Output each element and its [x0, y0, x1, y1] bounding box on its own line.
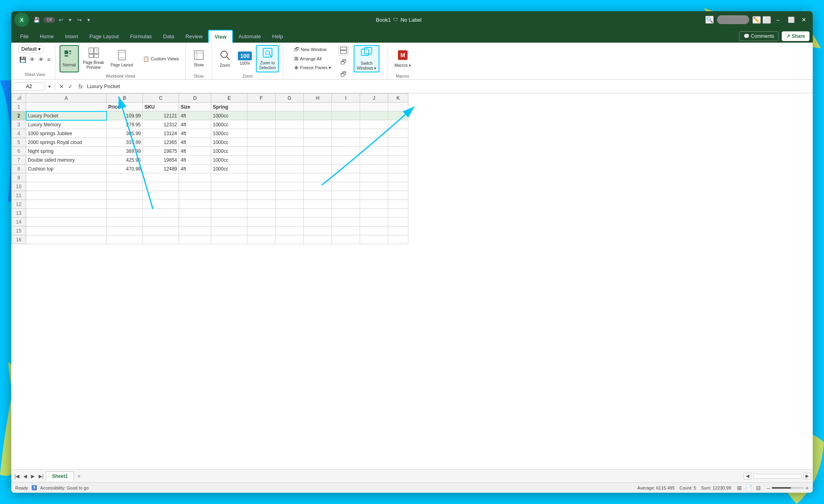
cell-16-G[interactable]: [276, 235, 304, 244]
cell-8-G[interactable]: [276, 165, 304, 173]
cell-11-I[interactable]: [332, 191, 360, 200]
cell-11-E[interactable]: [211, 191, 247, 200]
cell-9-E[interactable]: [211, 173, 247, 182]
cell-11-F[interactable]: [247, 191, 276, 200]
comments-button[interactable]: 💬 Comments: [739, 31, 779, 41]
cell-9-C[interactable]: [143, 173, 179, 182]
cell-1-K[interactable]: [388, 103, 408, 111]
cell-2-B[interactable]: 109.99: [107, 111, 143, 120]
cell-6-K[interactable]: [388, 147, 408, 156]
save-button[interactable]: 💾: [31, 16, 42, 24]
cell-7-E[interactable]: 1000cc: [211, 156, 247, 165]
cell-13-A[interactable]: [26, 209, 107, 218]
cell-5-B[interactable]: 337.99: [107, 138, 143, 147]
cell-16-C[interactable]: [143, 235, 179, 244]
cell-9-B[interactable]: [107, 173, 143, 182]
cell-8-F[interactable]: [247, 165, 276, 173]
cell-1-B[interactable]: Price: [107, 103, 143, 111]
cell-15-F[interactable]: [247, 226, 276, 235]
cell-6-G[interactable]: [276, 147, 304, 156]
cell-13-H[interactable]: [304, 209, 332, 218]
cell-4-K[interactable]: [388, 129, 408, 138]
cell-7-I[interactable]: [332, 156, 360, 165]
cell-11-A[interactable]: [26, 191, 107, 200]
scroll-right-btn[interactable]: ▶: [803, 473, 811, 479]
cell-3-D[interactable]: 4ft: [179, 120, 211, 129]
tab-page-layout[interactable]: Page Layout: [84, 30, 124, 43]
search-button[interactable]: 🔍: [705, 16, 714, 24]
cell-9-G[interactable]: [276, 173, 304, 182]
cell-15-H[interactable]: [304, 226, 332, 235]
table-row[interactable]: 1PriceSKUSizeSpring: [12, 103, 408, 111]
cell-9-A[interactable]: [26, 173, 107, 182]
cell-14-A[interactable]: [26, 218, 107, 226]
cell-12-H[interactable]: [304, 200, 332, 209]
horizontal-scrollbar[interactable]: [753, 474, 801, 479]
cell-14-H[interactable]: [304, 218, 332, 226]
col-header-C[interactable]: C: [143, 94, 179, 103]
cell-14-J[interactable]: [360, 218, 388, 226]
cell-5-K[interactable]: [388, 138, 408, 147]
cell-16-A[interactable]: [26, 235, 107, 244]
hide-button[interactable]: 🗗: [338, 57, 349, 68]
cell-16-B[interactable]: [107, 235, 143, 244]
cell-12-E[interactable]: [211, 200, 247, 209]
sheet-nav-next[interactable]: ▶: [29, 473, 36, 480]
cell-3-G[interactable]: [276, 120, 304, 129]
cell-3-J[interactable]: [360, 120, 388, 129]
grid-container[interactable]: A B C D E F G H I J K 1PriceSKUSizeSprin…: [11, 93, 813, 469]
cell-2-E[interactable]: 1000cc: [211, 111, 247, 120]
cell-8-E[interactable]: 1000cc: [211, 165, 247, 173]
cell-7-C[interactable]: 19854: [143, 156, 179, 165]
autosave-toggle[interactable]: Off: [43, 17, 55, 23]
macros-button[interactable]: M Macros ▾: [392, 45, 413, 72]
undo-dropdown[interactable]: ▾: [67, 16, 74, 24]
cell-16-D[interactable]: [179, 235, 211, 244]
cell-12-B[interactable]: [107, 200, 143, 209]
eye2-btn[interactable]: 👁: [37, 56, 45, 64]
tab-home[interactable]: Home: [34, 30, 60, 43]
cell-11-H[interactable]: [304, 191, 332, 200]
cell-2-I[interactable]: [332, 111, 360, 120]
cell-9-I[interactable]: [332, 173, 360, 182]
cell-4-A[interactable]: 1000 springs Jubilee: [26, 129, 107, 138]
tab-data[interactable]: Data: [157, 30, 179, 43]
col-header-F[interactable]: F: [247, 94, 276, 103]
cell-3-B[interactable]: 279.95: [107, 120, 143, 129]
col-header-A[interactable]: A: [26, 94, 107, 103]
cell-10-K[interactable]: [388, 182, 408, 191]
table-row[interactable]: 15: [12, 226, 408, 235]
zoom-in-btn[interactable]: +: [805, 485, 809, 491]
cell-15-K[interactable]: [388, 226, 408, 235]
cell-8-D[interactable]: 4ft: [179, 165, 211, 173]
cell-15-J[interactable]: [360, 226, 388, 235]
cell-13-D[interactable]: [179, 209, 211, 218]
cell-7-G[interactable]: [276, 156, 304, 165]
table-row[interactable]: 2Luxury Pocket109.99121214ft1000cc: [12, 111, 408, 120]
cell-7-A[interactable]: Double sided memory: [26, 156, 107, 165]
col-header-D[interactable]: D: [179, 94, 211, 103]
scroll-left-btn[interactable]: ◀: [744, 473, 752, 479]
show-button[interactable]: Show: [190, 45, 208, 72]
cell-13-B[interactable]: [107, 209, 143, 218]
cancel-formula-button[interactable]: ✕: [58, 82, 66, 91]
undo-button[interactable]: ↩: [57, 16, 65, 24]
cell-15-D[interactable]: [179, 226, 211, 235]
cell-16-J[interactable]: [360, 235, 388, 244]
cell-2-D[interactable]: 4ft: [179, 111, 211, 120]
cell-11-B[interactable]: [107, 191, 143, 200]
page-break-preview-button[interactable]: 1 2 Page BreakPreview: [80, 45, 106, 72]
restore-button[interactable]: ⬜: [785, 14, 797, 25]
cell-9-J[interactable]: [360, 173, 388, 182]
cell-14-C[interactable]: [143, 218, 179, 226]
cell-8-I[interactable]: [332, 165, 360, 173]
cell-10-J[interactable]: [360, 182, 388, 191]
col-header-I[interactable]: I: [332, 94, 360, 103]
cell-10-H[interactable]: [304, 182, 332, 191]
cell-13-C[interactable]: [143, 209, 179, 218]
share-button[interactable]: ↗ Share: [782, 31, 810, 41]
cell-14-G[interactable]: [276, 218, 304, 226]
tab-review[interactable]: Review: [180, 30, 208, 43]
page-layout-status-btn[interactable]: 📄: [744, 484, 754, 492]
cell-12-F[interactable]: [247, 200, 276, 209]
